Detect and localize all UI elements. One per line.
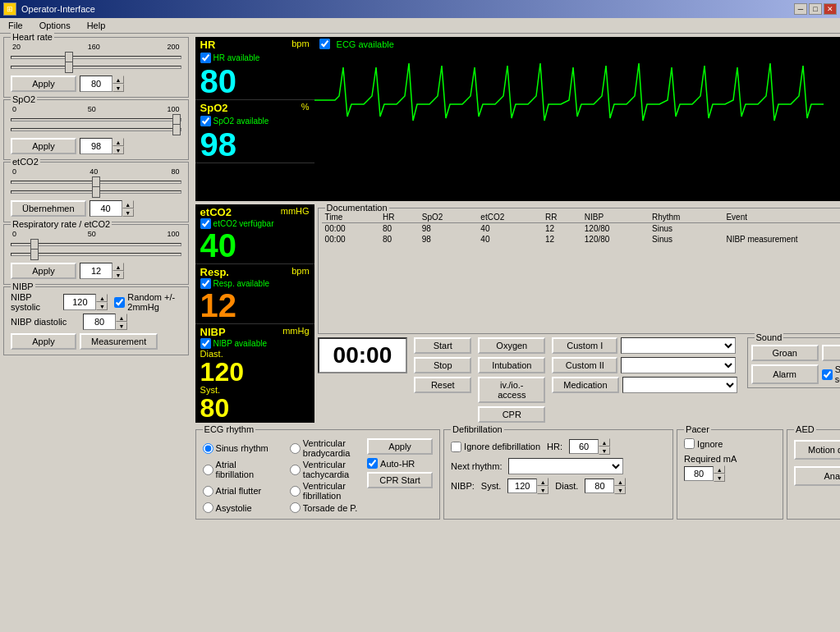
custom2-button[interactable]: Custom II bbox=[552, 357, 617, 373]
start-button[interactable]: Start bbox=[414, 337, 471, 354]
cpr-button[interactable]: CPR bbox=[478, 406, 545, 423]
medication-dropdown[interactable] bbox=[622, 377, 737, 393]
ecg-available-checkbox[interactable] bbox=[319, 39, 330, 49]
vital-hr-available-checkbox[interactable] bbox=[200, 53, 211, 63]
ecg-apply-button[interactable]: Apply bbox=[367, 438, 433, 455]
menu-file[interactable]: File bbox=[3, 20, 28, 31]
defib-hr-spinbox: ▲ ▼ bbox=[569, 438, 610, 455]
custom1-dropdown[interactable] bbox=[621, 337, 736, 354]
defib-hr-up[interactable]: ▲ bbox=[599, 438, 610, 447]
defib-syst-up[interactable]: ▲ bbox=[537, 478, 549, 486]
defib-hr-down[interactable]: ▼ bbox=[599, 447, 610, 455]
nibp-diastolic-down[interactable]: ▼ bbox=[116, 322, 127, 330]
rhythm-vfib[interactable]: Ventricular fibrillation bbox=[290, 481, 364, 501]
minimize-button[interactable]: ─ bbox=[794, 3, 807, 15]
resp-spinbox: ▲ ▼ bbox=[80, 263, 124, 279]
rhythm-sinus[interactable]: Sinus rhythm bbox=[203, 438, 277, 458]
defib-syst-down[interactable]: ▼ bbox=[537, 486, 549, 494]
spo2-down[interactable]: ▼ bbox=[112, 146, 124, 154]
defib-next-rhythm-select[interactable] bbox=[508, 458, 623, 474]
spo2-apply-button[interactable]: Apply bbox=[11, 138, 76, 154]
rhythm-afib[interactable]: Atrial fibrillation bbox=[203, 460, 277, 479]
nibp-systolic-up[interactable]: ▲ bbox=[96, 294, 108, 302]
heart-rate-arrows: ▲ ▼ bbox=[112, 76, 124, 92]
defib-ignore-label[interactable]: Ignore defibrillation bbox=[451, 442, 540, 452]
nibp-diastolic-input[interactable] bbox=[83, 314, 116, 330]
heart-rate-down[interactable]: ▼ bbox=[112, 84, 124, 92]
system-sounds-label[interactable]: System sounds bbox=[822, 364, 840, 384]
ecg-rhythm-panel: ECG rhythm Sinus rhythm Ventricular brad… bbox=[195, 429, 441, 520]
analyse-button[interactable]: Analyse bbox=[794, 466, 840, 486]
restore-button[interactable]: □ bbox=[809, 3, 822, 15]
resp-input[interactable] bbox=[80, 263, 112, 279]
nibp-systolic-input[interactable] bbox=[63, 294, 96, 310]
nibp-measurement-button[interactable]: Measurement bbox=[80, 333, 158, 350]
system-sounds-checkbox[interactable] bbox=[822, 369, 833, 380]
defib-diast-input[interactable] bbox=[585, 479, 614, 493]
rhythm-torsade[interactable]: Torsade de P. bbox=[290, 502, 364, 513]
pacer-ignore-label[interactable]: Ignore bbox=[684, 438, 776, 449]
resp-apply-button[interactable]: Apply bbox=[11, 263, 76, 279]
alarm-button[interactable]: Alarm bbox=[751, 364, 819, 384]
iv-io-button[interactable]: iv./io.-access bbox=[478, 377, 545, 403]
nibp-random-checkbox[interactable] bbox=[114, 297, 125, 308]
rhythm-aflutter[interactable]: Atrial flutter bbox=[203, 481, 277, 501]
nibp-apply-button[interactable]: Apply bbox=[11, 333, 76, 350]
heart-rate-slider2[interactable] bbox=[11, 66, 181, 69]
etco2-slider[interactable] bbox=[11, 181, 181, 184]
defib-hr-input[interactable] bbox=[569, 439, 599, 454]
etco2-up[interactable]: ▲ bbox=[122, 200, 134, 208]
defib-ignore-checkbox[interactable] bbox=[451, 442, 461, 452]
rhythm-vbrad[interactable]: Ventricular bradycardia bbox=[290, 438, 364, 458]
vomit-button[interactable]: Vomit bbox=[822, 345, 840, 361]
pacer-ignore-checkbox[interactable] bbox=[684, 438, 695, 449]
vital-nibp-checkbox[interactable] bbox=[200, 338, 211, 349]
spo2-up[interactable]: ▲ bbox=[112, 138, 124, 146]
defib-syst-input[interactable] bbox=[507, 479, 537, 493]
auto-hr-checkbox[interactable] bbox=[367, 458, 378, 469]
ecg-graph-area bbox=[314, 51, 840, 201]
pacer-ma-input[interactable] bbox=[684, 466, 714, 481]
nibp-diastolic-up[interactable]: ▲ bbox=[116, 314, 127, 322]
vital-spo2-available-label: SpO2 available bbox=[213, 117, 269, 126]
etco2-down[interactable]: ▼ bbox=[122, 208, 134, 217]
resp-slider[interactable] bbox=[11, 243, 181, 246]
pacer-ma-down[interactable]: ▼ bbox=[714, 474, 725, 482]
heart-rate-up[interactable]: ▲ bbox=[112, 76, 124, 84]
rhythm-vtach[interactable]: Ventricular tachycardia bbox=[290, 460, 364, 479]
medication-button[interactable]: Medication bbox=[552, 377, 618, 393]
auto-hr-label[interactable]: Auto-HR bbox=[367, 458, 415, 469]
etco2-slider2[interactable] bbox=[11, 190, 181, 194]
custom2-dropdown[interactable] bbox=[621, 357, 736, 373]
reset-button[interactable]: Reset bbox=[414, 377, 471, 393]
spo2-slider[interactable] bbox=[11, 118, 181, 121]
custom1-button[interactable]: Custom I bbox=[552, 337, 617, 354]
groan-button[interactable]: Groan bbox=[751, 345, 819, 361]
doc-header-row: Time HR SpO2 etCO2 RR NIBP Rhythm Event bbox=[322, 212, 840, 223]
heart-rate-apply-button[interactable]: Apply bbox=[11, 76, 76, 92]
heart-rate-input[interactable] bbox=[80, 76, 112, 92]
resp-up[interactable]: ▲ bbox=[112, 263, 124, 271]
nibp-random-label[interactable]: Random +/- 2mmHg bbox=[114, 292, 181, 312]
resp-slider2[interactable] bbox=[11, 253, 181, 256]
stop-button[interactable]: Stop bbox=[414, 357, 471, 373]
menu-help[interactable]: Help bbox=[82, 20, 111, 31]
nibp-systolic-down[interactable]: ▼ bbox=[96, 302, 108, 310]
etco2-input[interactable] bbox=[90, 200, 122, 217]
menu-options[interactable]: Options bbox=[34, 20, 76, 31]
rhythm-asystole[interactable]: Asystolie bbox=[203, 502, 277, 513]
etco2-apply-button[interactable]: Übernehmen bbox=[11, 200, 86, 217]
vital-spo2-available-checkbox[interactable] bbox=[200, 116, 211, 126]
close-button[interactable]: ✕ bbox=[824, 3, 837, 15]
oxygen-button[interactable]: Oxygen bbox=[478, 337, 545, 354]
motion-detected-button[interactable]: Motion detected bbox=[794, 440, 840, 460]
resp-down[interactable]: ▼ bbox=[112, 271, 124, 279]
defib-diast-down[interactable]: ▼ bbox=[614, 486, 626, 494]
spo2-input[interactable] bbox=[80, 138, 112, 154]
spo2-slider2[interactable] bbox=[11, 128, 181, 131]
intubation-button[interactable]: Intubation bbox=[478, 357, 545, 373]
pacer-ma-up[interactable]: ▲ bbox=[714, 465, 725, 474]
cpr-start-button[interactable]: CPR Start bbox=[367, 472, 433, 488]
defib-diast-up[interactable]: ▲ bbox=[614, 478, 626, 486]
heart-rate-slider[interactable] bbox=[11, 56, 181, 59]
